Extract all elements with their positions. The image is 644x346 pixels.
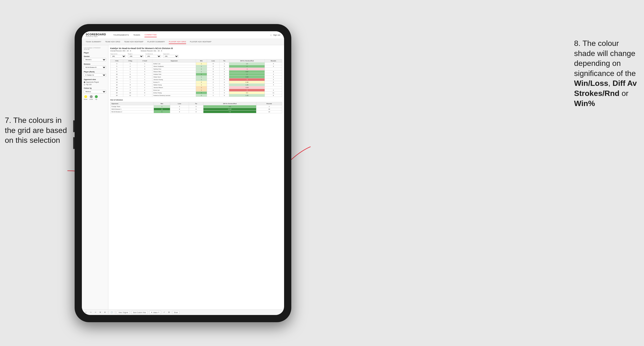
cell-conf: 1 <box>137 62 152 65</box>
toolbar-undo[interactable]: ↩ <box>84 311 88 314</box>
table-row: 6 3 3 Sydney Kuo 1 0 0 -1 <box>110 68 282 70</box>
sign-out-link[interactable]: Sign out <box>273 34 280 36</box>
cell-div: 9 <box>110 70 123 73</box>
toolbar-undo2[interactable]: ↩ <box>94 311 97 314</box>
grid-content: Katelyn Vo Head-to-Head Grid for Women's… <box>108 45 284 310</box>
out-of-division-header: Out of division <box>110 99 282 101</box>
cell-div: 10 <box>110 73 123 76</box>
division-record-label: Division Record: 331 - 34 - 6 <box>140 50 162 52</box>
sub-nav-team-h2h-heatmap[interactable]: TEAM H2H HEATMAP <box>124 40 144 44</box>
radio-top-100[interactable]: Top 100 <box>84 84 106 85</box>
ood-cell-diff: 9.267 <box>203 108 256 111</box>
toolbar-divider2 <box>115 311 115 314</box>
sub-nav-team-h2h-grid[interactable]: TEAM H2H GRID <box>105 40 120 44</box>
toolbar-redo[interactable]: ↪ <box>89 311 92 314</box>
gender-select[interactable]: Women's <box>84 58 106 61</box>
logo-area: SCOREBOARD Powered by clippd <box>86 33 106 37</box>
cell-opponent: Sydney Kuo <box>152 68 196 70</box>
sidebar-player-section: Player <box>84 52 106 54</box>
filter-opponent-select[interactable]: (All) <box>163 55 179 58</box>
toolbar-divider1 <box>108 311 108 314</box>
toolbar-copy[interactable]: ⧉ <box>99 311 102 314</box>
legend-up-label: Up <box>95 99 97 100</box>
sub-nav-player-h2h-heatmap[interactable]: PLAYER H2H HEATMAP <box>190 40 212 44</box>
filter-conference-select[interactable]: (All) <box>146 55 161 58</box>
filter-opponents-label: Opponents: <box>110 53 126 55</box>
th-opponent: Opponent <box>152 59 196 62</box>
cell-tie: 0 <box>220 70 229 73</box>
toolbar-clock[interactable]: 🕐 <box>110 311 114 314</box>
division-select[interactable]: NCAA Division III <box>84 66 106 69</box>
cell-loss: 0 <box>207 68 220 70</box>
ood-cell-opponent: Foreign Team <box>110 105 154 108</box>
sidebar-player-rank-label: Player (Rank) <box>84 71 106 73</box>
sub-nav-player-summary[interactable]: PLAYER SUMMARY <box>147 40 165 44</box>
cell-div: 16 <box>110 86 123 89</box>
cell-tie: 0 <box>220 73 229 76</box>
cell-diff: -5 <box>229 89 265 92</box>
toolbar-expand[interactable]: ⤢ <box>162 311 166 314</box>
nav-teams[interactable]: TEAMS <box>133 33 140 37</box>
th-diff: Diff Av Strokes/Rnd <box>229 59 265 62</box>
filter-conference: Conference (All) <box>146 53 161 58</box>
ood-cell-rounds: 2 <box>256 105 282 108</box>
cell-win: 1 <box>196 89 207 92</box>
ood-th-opponent: Opponent <box>110 102 154 105</box>
player-rank-select[interactable]: 8. Katelyn Vo <box>84 73 106 77</box>
sub-nav-player-h2h-grid[interactable]: PLAYER H2H GRID <box>169 40 186 44</box>
cell-conf: 1 <box>137 78 152 81</box>
data-table: # Div # Reg # Conf Opponent Win Loss Tie… <box>110 59 282 97</box>
toolbar-save-custom[interactable]: Save Custom View <box>131 311 148 314</box>
watch-chevron: ▾ <box>158 311 159 313</box>
tablet-frame: SCOREBOARD Powered by clippd TOURNAMENTS… <box>75 24 291 322</box>
cell-win: 1 <box>196 65 207 68</box>
cell-diff: 3.33 <box>229 76 265 78</box>
cell-conf: 2 <box>137 89 152 92</box>
radio-opponents-played[interactable]: Opponents Played <box>84 81 106 83</box>
cell-loss: 0 <box>207 73 220 76</box>
legend-up-dot <box>95 95 98 98</box>
cell-rounds: 2 <box>265 78 282 81</box>
cell-tie: 1 <box>220 62 229 65</box>
table-row: 20 10 6 Emily Chang 4 1 0 0.3 11 <box>110 92 282 94</box>
colour-by-select[interactable]: Win/loss <box>84 90 106 93</box>
cell-opponent: Heejo Hyun <box>152 76 196 78</box>
cell-rounds: 3 <box>265 65 282 68</box>
logo-sub: Powered by clippd <box>86 36 106 37</box>
cell-diff: -3 <box>229 78 265 81</box>
nav-tournaments[interactable]: TOURNAMENTS <box>113 33 129 37</box>
toolbar-paste[interactable]: ⊕ <box>103 311 107 314</box>
cell-opponent: Sharon Mun <box>152 70 196 73</box>
legend-level-label: Level <box>89 99 93 100</box>
filter-opponents-select[interactable]: (All) <box>110 55 126 58</box>
filter-opponents: Opponents: (All) <box>110 53 126 58</box>
ood-cell-opponent: NCAA Division 2 <box>110 111 154 113</box>
ood-table-row: NAIA Division 1 15 0 0 9.267 30 <box>110 108 282 111</box>
cell-loss: 0 <box>207 65 220 68</box>
ood-th-loss: Loss <box>170 102 189 105</box>
overall-record-value: 353 - 34 - 6 <box>122 50 131 52</box>
radio-opponents-played-circle <box>84 82 85 83</box>
cell-loss: 1 <box>207 92 220 94</box>
cell-conf: 2 <box>137 65 152 68</box>
cell-loss: 2 <box>207 86 220 89</box>
logo-text: SCOREBOARD <box>86 33 106 36</box>
toolbar-watch[interactable]: 👁 Watch ▾ <box>149 311 161 314</box>
annotation-bold1: Win/Loss <box>574 79 608 88</box>
toolbar-grid[interactable]: ⊞ <box>167 311 171 314</box>
filter-region-select[interactable]: (All) <box>128 55 144 58</box>
toolbar-view-original[interactable]: View: Original <box>117 311 130 314</box>
ood-th-rounds: Rounds <box>256 102 282 105</box>
grid-title: Katelyn Vo Head-to-Head Grid for Women's… <box>110 47 282 49</box>
cell-diff: 0.3 <box>229 92 265 94</box>
cell-opponent: Andrea York <box>152 73 196 76</box>
nav-committee[interactable]: COMMITTEE <box>144 33 157 37</box>
sub-nav-team-summary[interactable]: TEAM SUMMARY <box>86 40 101 44</box>
cell-opponent: Jessica Huang <box>152 78 196 81</box>
ood-cell-rounds: 10 <box>256 111 282 113</box>
toolbar-share[interactable]: Share <box>172 311 180 314</box>
sidebar-player-label: Player <box>84 52 106 54</box>
cell-win: 2 <box>196 73 207 76</box>
sidebar-division-label: Division <box>84 63 106 65</box>
cell-reg: 7 <box>123 81 137 84</box>
